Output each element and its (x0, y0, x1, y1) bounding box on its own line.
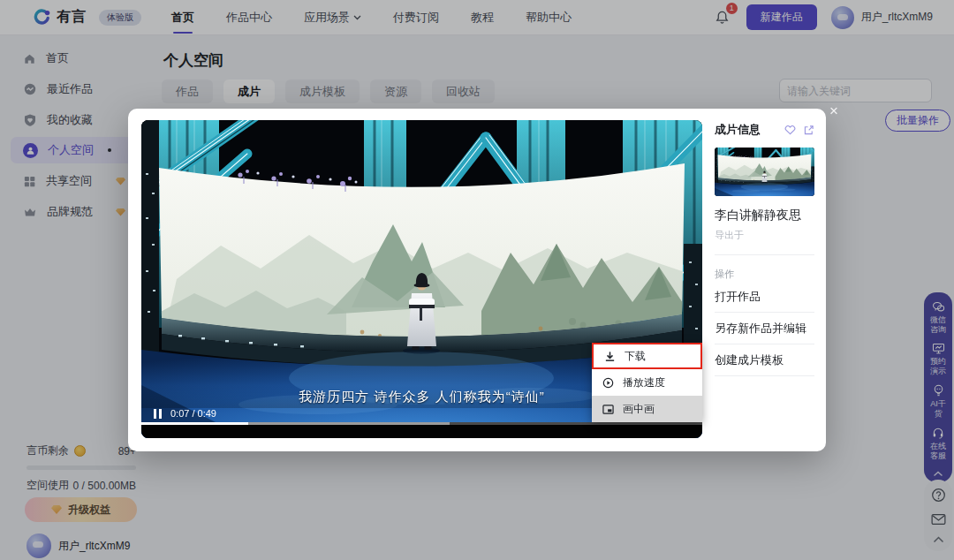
picture-in-picture-icon (602, 404, 614, 415)
time-display: 0:07 / 0:49 (170, 408, 216, 419)
menu-item-playback-speed[interactable]: 播放速度 (592, 369, 702, 396)
video-title: 李白讲解静夜思 (715, 208, 814, 223)
video-thumbnail[interactable] (715, 148, 814, 196)
favorite-heart-icon[interactable] (784, 125, 796, 135)
video-info-panel: 成片信息 李白讲解静夜思 导出于 操作 打开作品 另存新作品并编辑 创建成片模板 (715, 122, 814, 376)
action-open-work[interactable]: 打开作品 (715, 281, 814, 313)
player-controls: 0:07 / 0:49 (154, 408, 216, 419)
actions-section-label: 操作 (715, 268, 814, 281)
download-icon (604, 351, 616, 362)
menu-item-download[interactable]: 下载 (592, 343, 702, 369)
share-export-icon[interactable] (803, 125, 814, 136)
action-save-as-new-and-edit[interactable]: 另存新作品并编辑 (715, 313, 814, 344)
modal-close-icon[interactable]: × (829, 103, 838, 118)
video-detail-modal: × 我游历四方 诗作众多 人们称我为“诗仙” 0:07 / 0:49 下载 播放… (128, 109, 826, 451)
video-subtitle: 我游历四方 诗作众多 人们称我为“诗仙” (299, 389, 544, 405)
playback-speed-icon (602, 377, 614, 389)
player-bottom-bar (141, 425, 702, 438)
exported-label: 导出于 (715, 229, 814, 242)
pause-button[interactable] (154, 409, 162, 419)
divider (715, 254, 814, 255)
info-panel-title: 成片信息 (715, 122, 761, 138)
action-create-video-template[interactable]: 创建成片模板 (715, 344, 814, 376)
menu-item-picture-in-picture[interactable]: 画中画 (592, 396, 702, 422)
player-context-menu: 下载 播放速度 画中画 (592, 343, 702, 422)
